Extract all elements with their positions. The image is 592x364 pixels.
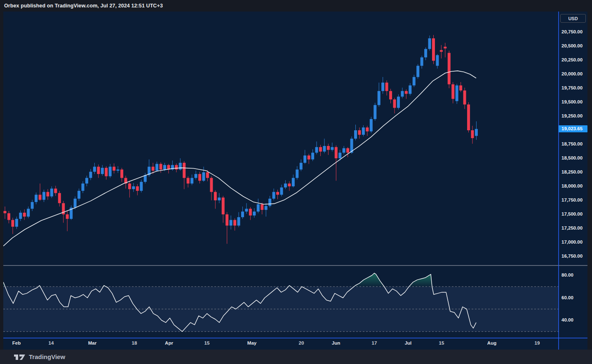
time-axis-label: 17 [372,341,377,345]
time-axis[interactable]: Feb14Mar18Apr15May20Jun17Jul15Aug19 [3,338,559,350]
time-axis-label: 18 [132,341,137,345]
price-axis-label: 20,250.00 [561,57,583,63]
price-axis-label: 18,250.00 [561,169,583,175]
time-axis-label: Mar [88,341,96,345]
price-axis-label: 19,250.00 [561,113,583,119]
chart-container: Feb14Mar18Apr15May20Jun17Jul15Aug19 USD … [3,12,587,350]
last-price-tag: 19,023.65 [559,125,587,132]
price-axis-label: 17,500.00 [561,211,583,217]
price-axis-label: 20,500.00 [561,43,583,49]
price-axis-label: 20,750.00 [561,29,583,35]
tradingview-wordmark[interactable]: TradingView [29,353,65,360]
price-axis-label: 16,750.00 [561,254,583,259]
time-axis-label: 19 [535,341,540,345]
publish-banner: Orbex published on TradingView.com, Jul … [0,0,592,12]
publish-banner-text: Orbex published on TradingView.com, Jul … [4,3,163,9]
time-axis-label: May [247,341,256,345]
price-axis-label: 20,000.00 [561,71,583,77]
time-axis-label: Jun [332,341,340,345]
price-axis-label: 18,750.00 [561,141,583,147]
time-axis-label: Apr [165,341,173,345]
time-axis-label: Aug [487,341,496,345]
price-axis-label: 17,750.00 [561,197,583,203]
tradingview-published-chart: Orbex published on TradingView.com, Jul … [0,0,592,364]
time-axis-label: 15 [204,341,210,345]
time-axis-label: Feb [12,341,21,345]
time-axis-label: 14 [49,341,54,345]
price-axis[interactable]: USD 19,023.65 20,750.0020,500.0020,250.0… [559,12,587,350]
time-axis-label: 20 [299,341,304,345]
time-axis-label: 15 [439,341,444,345]
price-chart[interactable] [3,12,587,350]
rsi-axis-label: 60.00 [561,295,573,301]
rsi-axis-label: 40.00 [561,317,573,323]
tradingview-logo-icon[interactable] [14,353,26,361]
price-axis-label: 19,750.00 [561,85,583,91]
branding-bar: TradingView [0,350,592,364]
currency-button[interactable]: USD [560,14,586,23]
price-axis-label: 17,250.00 [561,225,583,231]
price-axis-label: 17,000.00 [561,240,583,245]
rsi-axis-label: 80.00 [561,272,573,278]
time-axis-label: Jul [405,341,412,345]
price-axis-label: 18,500.00 [561,155,583,161]
price-axis-label: 19,500.00 [561,99,583,105]
price-axis-label: 18,000.00 [561,183,583,189]
